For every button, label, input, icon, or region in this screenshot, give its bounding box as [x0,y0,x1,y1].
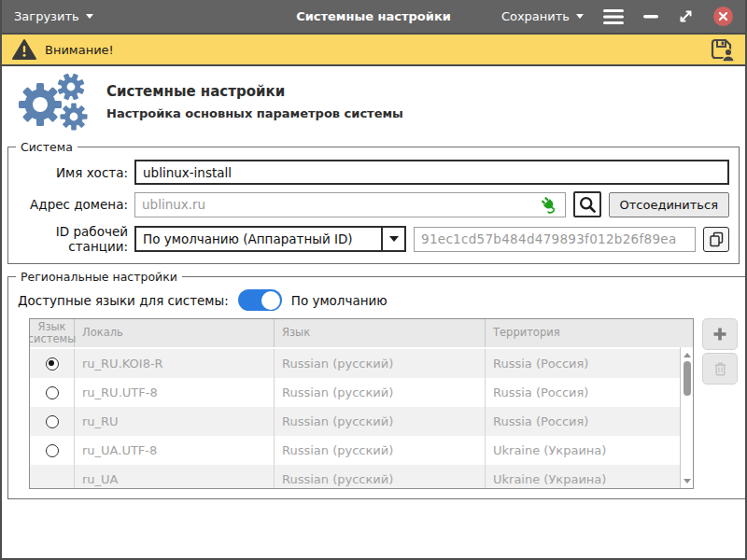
plus-icon [712,326,728,343]
delete-locale-button[interactable] [702,353,738,385]
table-row[interactable]: ru_RU.UTF-8 Russian (русский) Russia (Ро… [30,378,693,407]
system-language-radio[interactable] [46,357,59,371]
column-header-language: Язык [275,319,486,347]
page-title: Системные настройки [106,83,403,100]
cell-system-language [30,378,75,407]
cell-system-language [30,407,75,436]
table-row[interactable]: ru_RU Russian (русский) Russia (Россия) [30,407,693,436]
table-row[interactable]: ru_RU.KOI8-R Russian (русский) Russia (Р… [30,349,693,378]
station-id-selected-option: По умолчанию (Аппаратный ID) [136,228,381,250]
trash-icon [712,360,729,378]
save-menu-button[interactable]: Сохранить [501,9,584,23]
add-locale-button[interactable] [702,318,738,350]
disconnect-button[interactable]: Отсоединиться [609,192,730,217]
gears-icon [9,73,92,131]
domain-input[interactable] [134,192,566,217]
cell-locale: ru_RU [75,407,275,436]
column-header-system-language: Язык системы [30,319,75,347]
station-id-value-input[interactable] [414,227,696,252]
locale-table: Язык системы Локаль Язык Территория ru_R… [29,318,694,489]
load-menu-label: Загрузить [14,9,79,23]
system-legend: Система [16,140,78,154]
copy-icon [709,231,725,247]
hamburger-icon [603,9,624,24]
search-domain-button[interactable] [573,191,601,217]
connection-plug-icon [541,196,558,214]
scroll-up-button[interactable] [681,349,693,360]
cell-language: Russian (русский) [275,465,486,489]
cell-locale: ru_UA [75,465,275,489]
cell-territory: Russia (Россия) [486,378,693,407]
save-as-button[interactable] [710,37,735,62]
titlebar: Загрузить Системные настройки Сохранить [2,0,745,35]
chevron-down-icon [576,14,584,19]
cell-language: Russian (русский) [275,407,486,436]
system-settings-window: Загрузить Системные настройки Сохранить [0,0,747,560]
warning-bar: Внимание! [2,35,745,66]
column-header-territory: Территория [486,319,693,347]
cell-territory: Ukraine (Украина) [486,436,693,465]
cell-locale: ru_RU.UTF-8 [75,378,275,407]
scrollbar-thumb[interactable] [684,361,691,396]
maximize-icon [678,8,694,24]
cell-language: Russian (русский) [275,349,486,378]
cell-language: Russian (русский) [275,378,486,407]
table-scrollbar[interactable] [680,347,693,488]
cell-system-language [30,349,75,378]
warning-icon [12,38,36,61]
chevron-down-icon [86,14,93,19]
page-subtitle: Настройка основных параметров системы [106,106,403,120]
warning-text: Внимание! [45,43,114,57]
locale-table-body: ru_RU.KOI8-R Russian (русский) Russia (Р… [30,349,693,489]
regional-legend: Региональные настройки [16,270,182,284]
cell-locale: ru_RU.KOI8-R [75,349,275,378]
load-menu-button[interactable]: Загрузить [14,9,93,23]
dropdown-arrow-icon[interactable] [381,228,404,250]
cell-language: Russian (русский) [275,436,486,465]
table-row[interactable]: ru_UA.UTF-8 Russian (русский) Ukraine (У… [30,436,693,465]
languages-toggle[interactable] [238,289,282,311]
arrow-up-icon [684,353,691,357]
cell-system-language [30,465,75,489]
arrow-down-icon [684,479,691,483]
floppy-save-icon [710,37,735,62]
close-icon [713,7,733,26]
copy-id-button[interactable] [703,227,729,252]
station-id-select[interactable]: По умолчанию (Аппаратный ID) [134,226,406,252]
toggle-knob [261,291,280,310]
search-icon [578,195,597,214]
cell-territory: Russia (Россия) [486,407,693,436]
domain-label: Адрес домена: [12,197,128,212]
cell-locale: ru_UA.UTF-8 [75,436,275,465]
scroll-down-button[interactable] [681,475,693,486]
system-language-radio[interactable] [46,415,59,428]
save-menu-label: Сохранить [501,9,570,23]
close-button[interactable] [713,7,733,26]
maximize-button[interactable] [678,8,694,24]
cell-system-language [30,436,75,465]
menu-button[interactable] [603,9,624,24]
languages-toggle-state: По умолчанию [291,293,388,308]
locale-table-header: Язык системы Локаль Язык Территория [30,319,693,349]
languages-toggle-label: Доступные языки для системы: [18,293,229,308]
cell-territory: Ukraine (Украина) [486,465,693,489]
app-header: Системные настройки Настройка основных п… [2,71,745,134]
column-header-locale: Локаль [75,319,275,347]
station-id-label: ID рабочей станции: [12,224,128,254]
minimize-icon [643,15,658,19]
cell-territory: Russia (Россия) [486,349,693,378]
hostname-input[interactable] [134,160,729,185]
regional-fieldset: Региональные настройки Доступные языки д… [7,270,745,499]
system-language-radio[interactable] [46,386,59,399]
hostname-label: Имя хоста: [12,165,128,180]
system-fieldset: Система Имя хоста: Адрес домена: [7,140,740,264]
content-area: Системные настройки Настройка основных п… [2,66,745,558]
system-language-radio[interactable] [46,444,59,457]
minimize-button[interactable] [643,15,658,19]
table-row[interactable]: ru_UA Russian (русский) Ukraine (Украина… [30,465,693,489]
